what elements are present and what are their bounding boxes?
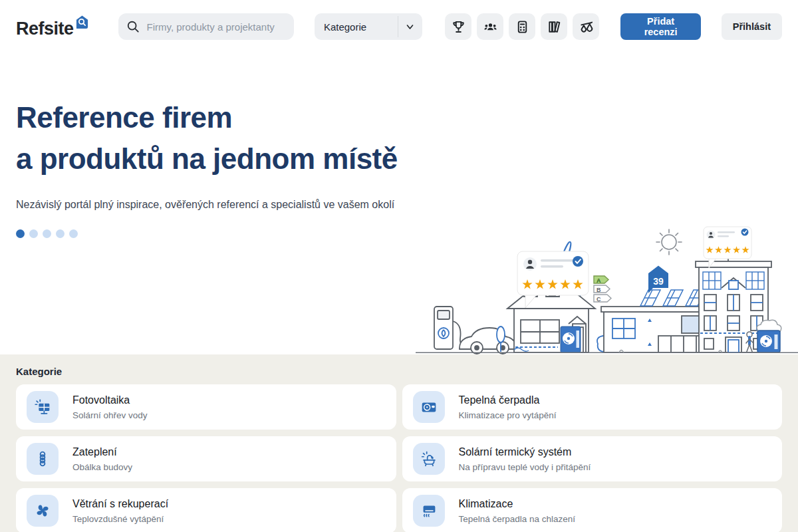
energy-label-icons: A B C: [594, 276, 611, 303]
dropdown-divider: [398, 16, 398, 37]
search-bar: [118, 13, 294, 40]
solar-building: [601, 290, 714, 352]
category-title: Zateplení: [72, 446, 132, 458]
badge-39: 39: [648, 266, 668, 294]
category-card-solarni-termicky-system[interactable]: Solární termický systém Na přípravu tepl…: [402, 436, 783, 481]
category-card-fotovoltaika[interactable]: Fotovoltaika Solární ohřev vody: [16, 384, 396, 430]
users-icon-button[interactable]: [477, 13, 503, 40]
trophy-icon-button[interactable]: [445, 13, 471, 40]
category-subtitle: Solární ohřev vody: [72, 410, 148, 420]
category-title: Fotovoltaika: [72, 394, 148, 406]
categories-section: Kategorie Fotovoltaika Solární ohřev vod…: [0, 354, 798, 532]
svg-text:B: B: [597, 287, 601, 293]
solar-panel-icon: [27, 391, 59, 423]
scales-icon: [579, 19, 594, 35]
category-dropdown[interactable]: Kategorie: [315, 13, 423, 40]
category-card-vetrani-s-rekuperaci[interactable]: Větrání s rekuperací Teplovzdušné vytápě…: [16, 488, 396, 532]
users-icon: [483, 19, 498, 35]
category-card-klimatizace[interactable]: Klimatizace Tepelná čerpadla na chlazení: [402, 488, 783, 532]
solar-thermal-icon: [413, 443, 445, 475]
chevron-down-icon: [406, 23, 414, 31]
ventilation-fan-icon: [27, 495, 59, 527]
category-card-tepelna-cerpadla[interactable]: Tepelná čerpadla Klimatizace pro vytápěn…: [402, 384, 783, 430]
scales-icon-button[interactable]: [573, 13, 599, 40]
login-button[interactable]: Přihlásit: [722, 13, 782, 40]
calculator-icon: [515, 19, 530, 35]
ev-charger: [434, 307, 464, 349]
house-magnifier-icon: [75, 15, 89, 33]
verified-check-icon: [741, 229, 749, 236]
category-subtitle: Klimatizace pro vytápění: [459, 410, 557, 420]
trophy-icon: [451, 19, 466, 35]
verified-check-icon: [573, 256, 583, 267]
carousel-dot[interactable]: [29, 229, 38, 238]
carousel-dot[interactable]: [56, 229, 65, 238]
logo-text: Refsite: [16, 20, 74, 38]
category-title: Větrání s rekuperací: [72, 497, 168, 510]
categories-grid: Fotovoltaika Solární ohřev vody Tepelná …: [16, 384, 782, 532]
category-subtitle: Tepelná čerpadla na chlazení: [459, 514, 576, 524]
category-card-zatepleni[interactable]: Zateplení Obálka budovy: [16, 436, 396, 481]
sun-icon: [656, 229, 682, 255]
add-review-button[interactable]: Přidat recenzi: [620, 13, 700, 40]
insulation-icon: [27, 443, 59, 475]
air-conditioner-icon: [413, 495, 445, 527]
electric-car: [460, 328, 516, 354]
quick-links: [445, 13, 599, 40]
heat-pump-icon: [413, 391, 445, 423]
search-input[interactable]: [146, 21, 286, 33]
search-icon: [126, 20, 140, 33]
books-icon-button[interactable]: [541, 13, 567, 40]
category-subtitle: Na přípravu teplé vody i přitápění: [459, 462, 591, 472]
category-title: Klimatizace: [459, 497, 576, 510]
svg-text:C: C: [597, 296, 601, 303]
carousel-dot[interactable]: [43, 229, 51, 238]
top-navbar: Refsite Kategorie: [0, 0, 798, 53]
refsite-logo[interactable]: Refsite: [16, 16, 89, 38]
carousel-dot[interactable]: [69, 229, 78, 238]
calculator-icon-button[interactable]: [509, 13, 535, 40]
category-dropdown-label: Kategorie: [324, 21, 366, 33]
svg-text:A: A: [597, 277, 601, 284]
hero-subtitle: Nezávislý portál plný inspirace, ověřený…: [16, 199, 782, 211]
carousel-dot[interactable]: [16, 229, 25, 238]
hero-section: Reference firem a produktů na jednom mís…: [0, 53, 798, 354]
page-title: Reference firem a produktů na jednom mís…: [16, 97, 782, 180]
hero-illustration: A B C 39: [416, 221, 798, 354]
books-icon: [547, 19, 562, 35]
svg-text:39: 39: [653, 276, 664, 287]
categories-heading: Kategorie: [16, 366, 782, 377]
heat-pump-unit: [561, 327, 581, 352]
category-title: Tepelná čerpadla: [459, 394, 557, 406]
category-subtitle: Obálka budovy: [72, 462, 132, 472]
category-title: Solární termický systém: [459, 446, 591, 458]
heat-pump-unit-large: [757, 320, 781, 352]
category-subtitle: Teplovzdušné vytápění: [72, 514, 168, 524]
